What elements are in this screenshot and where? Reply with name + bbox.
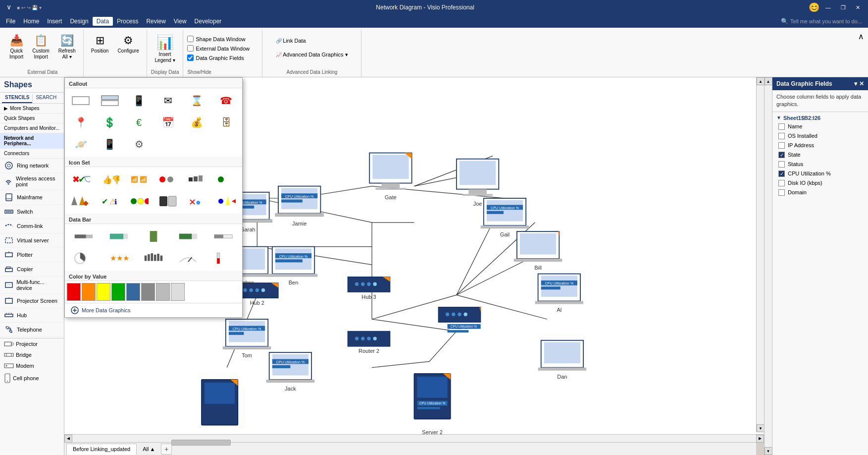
stencils-tab[interactable]: STENCILS <box>2 93 32 103</box>
minimize-btn[interactable]: — <box>821 3 835 11</box>
external-data-window-checkbox[interactable] <box>187 45 194 52</box>
menu-design[interactable]: Design <box>66 17 92 26</box>
field-name[interactable]: Name <box>774 122 866 131</box>
field-status-checkbox[interactable] <box>778 161 785 168</box>
callout-item-9[interactable]: € <box>125 112 153 133</box>
data-bar-item-6[interactable] <box>67 248 101 269</box>
swatch-silver[interactable] <box>171 283 185 301</box>
node-server1[interactable]: Server 1 <box>202 380 238 440</box>
scroll-right-arrow[interactable]: ▶ <box>756 435 764 443</box>
search-bar[interactable]: Tell me what you want to do... <box>790 18 862 24</box>
icon-set-item-7[interactable]: ◆ <box>67 191 95 212</box>
callout-item-8[interactable]: 💲 <box>96 112 124 133</box>
node-jamie[interactable]: Jamie CPU Utilization % <box>275 186 324 227</box>
right-panel-close-btn[interactable]: ✕ <box>859 80 864 87</box>
shape-item-ring-network[interactable]: Ring network <box>0 159 64 173</box>
shape-item-modem[interactable]: Modem <box>0 360 64 371</box>
swatch-yellow[interactable] <box>97 283 110 301</box>
node-router2[interactable]: Router 2 <box>348 331 390 354</box>
custom-import-btn[interactable]: 📋 CustomImport <box>29 32 52 62</box>
callout-item-13[interactable]: 🪐 <box>67 134 95 155</box>
search-tab[interactable]: SEARCH <box>33 93 59 103</box>
icon-set-item-11[interactable]: ✕● <box>183 191 211 212</box>
shape-item-copier[interactable]: Copier <box>0 262 64 277</box>
data-bar-item-2[interactable] <box>102 226 135 247</box>
shape-item-bridge[interactable]: Bridge <box>0 349 64 360</box>
data-bar-item-8[interactable] <box>137 248 170 269</box>
menu-view[interactable]: View <box>170 17 191 26</box>
shape-item-switch[interactable]: Switch <box>0 205 64 219</box>
callout-item-6[interactable]: ☎ <box>212 90 240 111</box>
shape-data-window-checkbox[interactable] <box>187 36 194 42</box>
icon-set-item-12[interactable] <box>212 191 240 212</box>
shape-item-projector[interactable]: Projector <box>0 339 64 349</box>
shape-item-plotter[interactable]: Plotter <box>0 248 64 262</box>
swatch-orange[interactable] <box>82 283 96 301</box>
advanced-data-graphics-btn[interactable]: 📈 Advanced Data Graphics ▾ <box>271 49 352 60</box>
restore-btn[interactable]: ❐ <box>837 3 850 12</box>
data-bar-item-3[interactable] <box>137 226 170 247</box>
menu-data[interactable]: Data <box>93 17 113 26</box>
node-gate[interactable]: Gate <box>369 153 411 201</box>
node-hub4[interactable]: Hub 4 CPU Utilization % <box>438 307 480 333</box>
shape-item-multi-func[interactable]: Multi-func... device <box>0 277 64 294</box>
close-btn[interactable]: ✕ <box>852 3 864 12</box>
callout-item-10[interactable]: 📅 <box>154 112 182 133</box>
callout-item-5[interactable]: ⌛ <box>183 90 211 111</box>
swatch-green[interactable] <box>111 283 125 301</box>
field-ip-address-checkbox[interactable] <box>778 142 785 149</box>
callout-item-1[interactable] <box>67 90 95 111</box>
node-server2[interactable]: Server 2 CPU Utilization % <box>414 374 451 435</box>
node-al[interactable]: Al CPU Utilization % <box>535 274 584 313</box>
swatch-blue[interactable] <box>126 283 140 301</box>
field-state[interactable]: ✓ State <box>774 150 866 160</box>
scroll-left-arrow[interactable]: ◀ <box>64 435 72 443</box>
shape-item-wireless-ap[interactable]: Wireless access point <box>0 173 64 190</box>
menu-review[interactable]: Review <box>142 17 169 26</box>
quick-import-btn[interactable]: 📥 QuickImport <box>6 32 27 62</box>
more-shapes-category[interactable]: ▶ More Shapes <box>0 104 64 114</box>
right-panel-scrollbar[interactable]: ▲ ▼ <box>765 77 772 455</box>
shape-data-window-check[interactable]: Shape Data Window <box>187 35 250 43</box>
menu-home[interactable]: Home <box>19 17 43 26</box>
callout-item-14[interactable]: 📱 <box>96 134 124 155</box>
shape-item-virtual-server[interactable]: Virtual server <box>0 233 64 248</box>
node-jack[interactable]: Jack CPU Utilization % <box>266 352 315 392</box>
menu-developer[interactable]: Developer <box>191 17 226 26</box>
node-tom[interactable]: Tom CPU Utilization % <box>223 319 271 358</box>
data-graphic-fields-check[interactable]: Data Graphic Fields <box>187 54 250 62</box>
field-disk-io[interactable]: Disk IO (kbps) <box>774 178 866 188</box>
shape-item-telephone[interactable]: Telephone <box>0 323 64 337</box>
link-data-btn[interactable]: 🔗 Link Data <box>271 35 352 47</box>
shape-item-cell-phone[interactable]: Cell phone <box>0 371 64 385</box>
icon-set-item-3[interactable]: 📶📶 <box>125 169 153 190</box>
swatch-red[interactable] <box>67 283 81 301</box>
callout-item-2[interactable] <box>96 90 124 111</box>
node-ben[interactable]: Ben CPU Utilization % <box>269 247 318 286</box>
icon-set-item-2[interactable]: 👍👎 <box>96 169 124 190</box>
field-os-installed[interactable]: OS Installed <box>774 131 866 141</box>
data-bar-item-4[interactable] <box>171 226 205 247</box>
external-data-window-check[interactable]: External Data Window <box>187 44 250 53</box>
refresh-all-btn[interactable]: 🔄 RefreshAll ▾ <box>55 32 79 62</box>
node-bill[interactable]: Bill <box>514 231 562 271</box>
network-peripheral-category[interactable]: Network and Periphera... <box>0 133 64 149</box>
field-state-checkbox[interactable]: ✓ <box>778 152 785 158</box>
field-domain-checkbox[interactable] <box>778 189 785 196</box>
configure-btn[interactable]: ⚙ Configure <box>114 32 142 57</box>
computers-monitors-category[interactable]: Computers and Monitor... <box>0 123 64 133</box>
menu-file[interactable]: File <box>2 17 19 26</box>
rp-scroll-up[interactable]: ▲ <box>765 77 772 85</box>
field-status[interactable]: Status <box>774 160 866 169</box>
icon-set-item-6[interactable] <box>212 169 240 190</box>
menu-insert[interactable]: Insert <box>43 17 66 26</box>
field-ip-address[interactable]: IP Address <box>774 141 866 150</box>
data-bar-item-7[interactable]: ★★★★ <box>102 248 135 269</box>
insert-legend-btn[interactable]: 📊 InsertLegend ▾ <box>152 32 179 65</box>
shape-item-projector-screen[interactable]: Projector Screen <box>0 294 64 308</box>
h-scroll-thumb[interactable] <box>171 440 231 446</box>
right-panel-pin-btn[interactable]: ▾ <box>854 80 857 87</box>
menu-process[interactable]: Process <box>113 17 142 26</box>
rp-scroll-down[interactable]: ▼ <box>765 447 772 455</box>
canvas-scrollbar-h[interactable]: ◀ ▶ <box>64 434 764 442</box>
